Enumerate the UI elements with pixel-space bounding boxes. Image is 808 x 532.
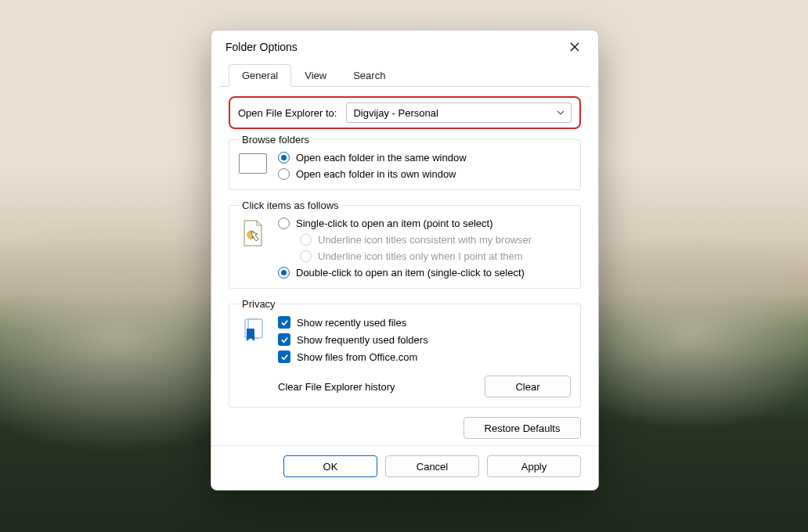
privacy-icon <box>239 316 267 344</box>
checkbox-label: Show files from Office.com <box>297 351 417 363</box>
checkbox-icon <box>278 333 290 346</box>
radio-same-window[interactable]: Open each folder in the same window <box>278 152 571 164</box>
clear-history-label: Clear File Explorer history <box>278 381 395 393</box>
folder-window-icon <box>239 152 267 174</box>
check-recent-files[interactable]: Show recently used files <box>278 316 571 329</box>
radio-label: Open each folder in its own window <box>296 168 456 180</box>
radio-double-click[interactable]: Double-click to open an item (single-cli… <box>278 267 571 279</box>
ok-button[interactable]: OK <box>283 455 377 477</box>
radio-single-click[interactable]: Single-click to open an item (point to s… <box>278 217 571 229</box>
checkbox-icon <box>278 316 290 329</box>
radio-label: Underline icon titles consistent with my… <box>318 234 532 246</box>
privacy-legend: Privacy <box>239 298 279 310</box>
close-button[interactable] <box>559 35 590 59</box>
apply-button[interactable]: Apply <box>487 455 581 477</box>
click-page-icon <box>239 217 267 247</box>
radio-icon <box>278 217 290 229</box>
radio-label: Underline icon titles only when I point … <box>318 250 523 262</box>
click-items-legend: Click items as follows <box>239 200 342 211</box>
browse-folders-group: Browse folders Open each folder in the s… <box>229 134 581 190</box>
privacy-group: Privacy Show <box>229 298 581 408</box>
browse-folders-legend: Browse folders <box>239 134 312 146</box>
radio-label: Double-click to open an item (single-cli… <box>296 267 525 279</box>
close-icon <box>570 42 579 52</box>
titlebar[interactable]: Folder Options <box>211 31 598 63</box>
chevron-down-icon <box>557 109 565 117</box>
radio-label: Single-click to open an item (point to s… <box>296 217 492 229</box>
radio-icon <box>300 234 312 246</box>
desktop-wallpaper: Folder Options General View Search Open … <box>0 0 808 532</box>
folder-options-dialog: Folder Options General View Search Open … <box>211 30 599 491</box>
radio-icon <box>278 168 290 180</box>
checkbox-label: Show frequently used folders <box>297 334 428 346</box>
tab-content: Open File Explorer to: Digvijay - Person… <box>211 87 598 445</box>
dropdown-value: Digvijay - Personal <box>353 107 557 119</box>
radio-own-window[interactable]: Open each folder in its own window <box>278 168 571 180</box>
open-explorer-row: Open File Explorer to: Digvijay - Person… <box>229 96 581 129</box>
clear-button[interactable]: Clear <box>485 376 571 397</box>
open-explorer-dropdown[interactable]: Digvijay - Personal <box>346 102 572 123</box>
radio-underline-point: Underline icon titles only when I point … <box>300 250 571 262</box>
open-explorer-label: Open File Explorer to: <box>238 107 337 119</box>
tab-strip: General View Search <box>219 63 590 87</box>
tab-view[interactable]: View <box>291 64 340 87</box>
click-items-group: Click items as follows Single- <box>229 200 581 289</box>
checkbox-icon <box>278 350 290 363</box>
radio-label: Open each folder in the same window <box>296 152 467 164</box>
dialog-title: Folder Options <box>225 41 559 53</box>
radio-underline-browser: Underline icon titles consistent with my… <box>300 234 571 246</box>
cancel-button[interactable]: Cancel <box>385 455 479 477</box>
tab-search[interactable]: Search <box>340 64 399 87</box>
restore-defaults-button[interactable]: Restore Defaults <box>464 417 581 439</box>
radio-icon <box>278 152 290 164</box>
checkbox-label: Show recently used files <box>297 317 406 329</box>
dialog-footer: OK Cancel Apply <box>211 445 598 490</box>
check-frequent-folders[interactable]: Show frequently used folders <box>278 333 571 346</box>
radio-icon <box>278 267 290 279</box>
check-office-files[interactable]: Show files from Office.com <box>278 350 571 363</box>
radio-icon <box>300 250 312 262</box>
tab-general[interactable]: General <box>229 64 291 87</box>
